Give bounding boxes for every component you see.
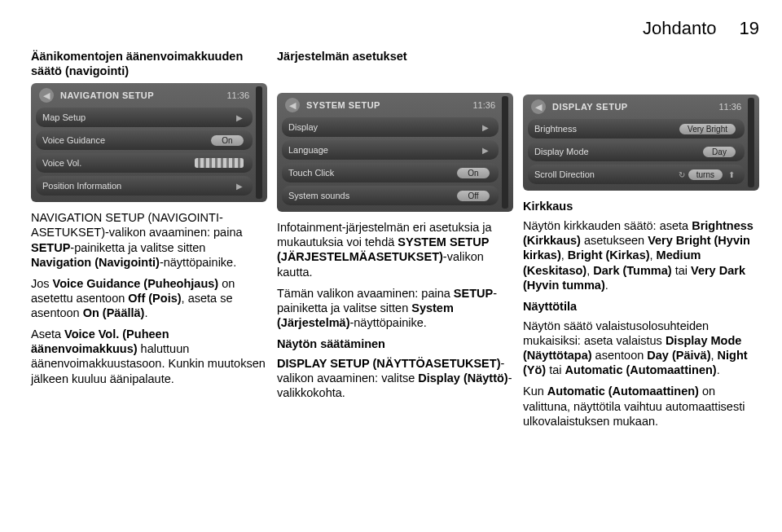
col1-p3: Aseta Voice Vol. (Puheen äänenvoimakkuus…	[31, 327, 267, 386]
row-label: Display	[288, 122, 479, 132]
sys-row-display: Display ▶	[282, 117, 499, 137]
col1-subtitle: Äänikomentojen äänenvoimakkuuden säätö (…	[31, 49, 267, 78]
row-label: Voice Vol.	[42, 158, 195, 168]
col2-p2: Tämän valikon avaaminen: paina SETUP-pai…	[277, 286, 513, 330]
nav-screen-title: NAVIGATION SETUP	[54, 90, 226, 100]
navigation-setup-screenshot: ◀ NAVIGATION SETUP 11:36 Map Setup ▶ Voi…	[31, 83, 267, 202]
scrollbar	[256, 86, 262, 199]
col2-subtitle: Järjestelmän asetukset	[277, 49, 513, 64]
row-label: Brightness	[534, 124, 679, 134]
row-label: Display Mode	[534, 147, 703, 156]
page-header: Johdanto 19	[31, 18, 759, 39]
row-label: Voice Guidance	[42, 135, 211, 145]
disp-screen: ◀ DISPLAY SETUP 11:36 Brightness Very Br…	[523, 95, 759, 191]
col3-sub2: Näyttötila	[523, 299, 759, 314]
row-label: Map Setup	[42, 112, 233, 122]
col1-p1: NAVIGATION SETUP (NAVIGOINTI-ASETUKSET)-…	[31, 210, 267, 270]
scrollbar	[502, 96, 508, 209]
row-label: Scroll Direction	[534, 169, 675, 179]
system-sounds-pill: Off	[457, 191, 490, 201]
disp-row-brightness: Brightness Very Bright	[528, 119, 745, 138]
display-setup-screenshot: ◀ DISPLAY SETUP 11:36 Brightness Very Br…	[523, 95, 759, 191]
back-icon: ◀	[39, 88, 54, 103]
system-setup-screenshot: ◀ SYSTEM SETUP 11:36 Display ▶ Language …	[277, 93, 513, 212]
sys-screen-time: 11:36	[472, 100, 495, 110]
chevron-icon: ▶	[479, 123, 492, 132]
column-3: ◀ DISPLAY SETUP 11:36 Brightness Very Br…	[523, 49, 759, 435]
col3-p2: Näytön säätö valaistusolosuhteiden mukai…	[523, 319, 759, 378]
row-label: Position Information	[42, 181, 233, 191]
row-label: System sounds	[288, 191, 457, 200]
brightness-pill: Very Bright	[679, 124, 736, 134]
nav-row-voice-guidance: Voice Guidance On	[36, 130, 253, 150]
arrow-up-icon: ⬆	[725, 170, 738, 179]
scroll-direction-pill: turns	[688, 169, 723, 180]
column-1: Äänikomentojen äänenvoimakkuuden säätö (…	[31, 49, 267, 435]
sys-row-language: Language ▶	[282, 140, 499, 160]
nav-row-position-info: Position Information ▶	[36, 176, 253, 196]
chevron-icon: ▶	[233, 182, 246, 191]
disp-screen-time: 11:36	[718, 102, 741, 112]
page-number: 19	[740, 18, 759, 39]
header-title: Johdanto	[643, 18, 717, 39]
nav-row-voice-vol: Voice Vol.	[36, 153, 253, 173]
disp-row-display-mode: Display Mode Day	[528, 142, 745, 161]
row-label: Touch Click	[288, 168, 457, 178]
sys-screen-title: SYSTEM SETUP	[300, 100, 472, 110]
nav-screen-time: 11:36	[226, 90, 249, 100]
back-icon: ◀	[285, 98, 300, 112]
sys-row-system-sounds: System sounds Off	[282, 186, 499, 205]
scrollbar	[748, 98, 754, 187]
touch-click-pill: On	[457, 168, 490, 178]
col2-sub2: Näytön säätäminen	[277, 336, 513, 351]
sys-row-touch-click: Touch Click On	[282, 163, 499, 182]
col3-p1: Näytön kirkkauden säätö: aseta Brightnes…	[523, 218, 759, 292]
refresh-icon: ↻	[675, 170, 688, 179]
disp-row-scroll-direction: Scroll Direction ↻ turns ⬆	[528, 165, 745, 184]
nav-row-map-setup: Map Setup ▶	[36, 108, 253, 127]
col2-p3: DISPLAY SETUP (NÄYTTÖASETUKSET)-valikon …	[277, 356, 513, 400]
back-icon: ◀	[531, 99, 546, 114]
row-label: Language	[288, 145, 479, 155]
voice-guidance-pill: On	[211, 135, 244, 146]
col2-p1: Infotainment-järjestelmän eri asetuksia …	[277, 220, 513, 279]
disp-screen-title: DISPLAY SETUP	[546, 102, 718, 112]
column-2: Järjestelmän asetukset ◀ SYSTEM SETUP 11…	[277, 49, 513, 435]
col3-sub1: Kirkkaus	[523, 199, 759, 213]
chevron-icon: ▶	[233, 113, 246, 122]
col1-p2: Jos Voice Guidance (Puheohjaus) on asete…	[31, 276, 267, 320]
page: Johdanto 19 Äänikomentojen äänenvoimakku…	[0, 0, 782, 532]
chevron-icon: ▶	[479, 146, 492, 155]
columns: Äänikomentojen äänenvoimakkuuden säätö (…	[31, 49, 759, 435]
nav-screen: ◀ NAVIGATION SETUP 11:36 Map Setup ▶ Voi…	[31, 83, 267, 202]
volume-slider	[195, 158, 244, 168]
col3-p3: Kun Automatic (Automaattinen) on valittu…	[523, 384, 759, 428]
sys-screen: ◀ SYSTEM SETUP 11:36 Display ▶ Language …	[277, 93, 513, 212]
display-mode-pill: Day	[703, 147, 736, 157]
